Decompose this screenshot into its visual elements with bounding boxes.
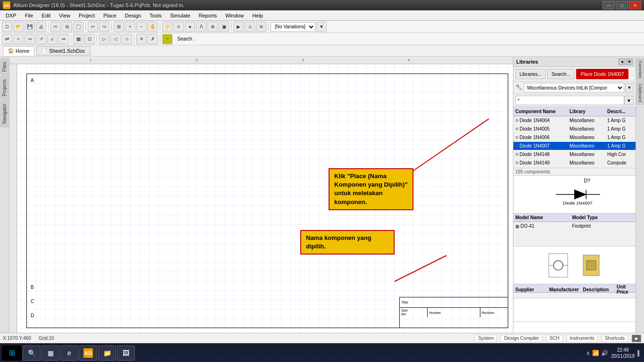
tb-bus[interactable]: ≡ — [173, 22, 184, 32]
menu-dxp[interactable]: DXP — [2, 12, 20, 19]
taskbar-altium[interactable]: AD — [79, 346, 97, 361]
tb2-b8[interactable]: ⊡ — [84, 34, 95, 44]
maximize-button[interactable]: □ — [616, 1, 628, 9]
taskbar-photos[interactable]: 🖼 — [117, 346, 135, 361]
tb-compile[interactable]: ▶ — [233, 22, 244, 32]
tb-fit[interactable]: ⊞ — [114, 22, 124, 32]
status-system[interactable]: System — [475, 335, 497, 342]
tab-sheet1[interactable]: 📄 Sheet1.SchDoc — [36, 46, 90, 56]
sidebar-tab-navigator[interactable]: Navigator — [0, 100, 8, 127]
taskbar-file-explorer[interactable]: 📁 — [98, 346, 116, 361]
tb-zoomin[interactable]: + — [125, 22, 135, 32]
lib-select-dropdown[interactable]: Miscellaneous Devices.IntLib [Compor — [524, 83, 624, 92]
col-component-name[interactable]: Component Name — [514, 109, 569, 114]
sidebar-tab-projects[interactable]: Projects — [0, 76, 8, 99]
start-button[interactable]: ⊞ — [2, 346, 22, 361]
lib-filter-dropdown[interactable]: ▼ — [624, 96, 634, 105]
menu-file[interactable]: File — [21, 12, 37, 19]
tb-wire[interactable]: ⚡ — [162, 22, 173, 32]
sidebar-tab-files[interactable]: Files — [0, 58, 8, 75]
tb-component[interactable]: ▣ — [219, 22, 229, 32]
tb-netlist[interactable]: ≋ — [256, 22, 266, 32]
search-button[interactable]: Search... — [547, 69, 575, 79]
lib-component-row-5[interactable]: ⊞ Diode 1N4149 Miscellaneo Compute — [513, 159, 636, 167]
place-button[interactable]: Place Diode 1N4007 — [576, 69, 629, 79]
tb-pan[interactable]: ✋ — [148, 22, 158, 32]
tb2-deselect[interactable]: ◁ — [110, 34, 121, 44]
clock[interactable]: 22:49 20/11/2018 — [611, 347, 635, 359]
tray-network-icon[interactable]: 📶 — [592, 350, 599, 356]
menu-edit[interactable]: Edit — [38, 12, 54, 19]
menu-project[interactable]: Project — [75, 12, 99, 19]
taskbar-edge[interactable]: e — [60, 346, 78, 361]
tb2-select[interactable]: ▷ — [99, 34, 109, 44]
tb-zoomout[interactable]: − — [136, 22, 147, 32]
menu-design[interactable]: Design — [121, 12, 145, 19]
sidebar-tab-favorites[interactable]: Favorites — [636, 58, 644, 81]
libraries-button[interactable]: Libraries... — [515, 69, 546, 79]
status-design-compiler[interactable]: Design Compiler — [501, 335, 542, 342]
tb-netlabel[interactable]: Λ — [196, 22, 206, 32]
tb-save[interactable]: 💾 — [25, 22, 35, 32]
tb2-color[interactable]: ~ — [162, 34, 173, 44]
status-shortcuts[interactable]: Shortcuts — [602, 335, 628, 342]
col-description[interactable]: Descri... — [606, 109, 635, 114]
tb-undo[interactable]: ↩ — [88, 22, 98, 32]
tray-volume-icon[interactable]: 🔊 — [601, 350, 608, 356]
lib-filter-input[interactable] — [515, 96, 624, 105]
tb2-cross2[interactable]: ✗ — [148, 34, 158, 44]
lib-panel-float[interactable]: ◂ — [619, 58, 625, 65]
tb-open[interactable]: 📂 — [13, 22, 24, 32]
tb2-label: Search . — [176, 36, 196, 41]
menu-place[interactable]: Place — [99, 12, 120, 19]
show-desktop-btn[interactable]: ▌ — [637, 350, 641, 356]
menu-view[interactable]: View — [55, 12, 74, 19]
tb-variations[interactable]: ▼ — [316, 22, 327, 32]
minimize-button[interactable]: ─ — [603, 1, 615, 9]
tb2-b5[interactable]: ↙ — [47, 34, 58, 44]
tb-print[interactable]: 🖨 — [36, 22, 46, 32]
lib-component-row-2[interactable]: ⊞ Diode 1N4006 Miscellaneo 1 Amp G — [513, 133, 636, 142]
menu-tools[interactable]: Tools — [146, 12, 165, 19]
lib-component-row-3[interactable]: ⊞ Diode 1N4007 Miscellaneo 1 Amp G — [513, 142, 636, 150]
status-instruments[interactable]: Instruments — [567, 335, 598, 342]
lib-component-row-4[interactable]: ⊞ Diode 1N4148 Miscellaneo High Cor — [513, 150, 636, 159]
close-button[interactable]: ✕ — [629, 1, 641, 9]
corner-c: C — [31, 299, 34, 304]
col-library[interactable]: Library — [569, 109, 606, 114]
tb-cut[interactable]: ✂ — [50, 22, 61, 32]
tb2-cross[interactable]: ✕ — [136, 34, 147, 44]
tb-paste[interactable]: 📋 — [73, 22, 83, 32]
sidebar-tab-clipboard[interactable]: Clipboard — [636, 82, 644, 105]
tb2-b2[interactable]: ≈ — [13, 34, 24, 44]
tb2-b3[interactable]: ⇒ — [25, 34, 35, 44]
tb-new[interactable]: 🗋 — [2, 22, 12, 32]
tray-show-hidden[interactable]: ∧ — [586, 350, 590, 356]
menu-window[interactable]: Window — [222, 12, 248, 19]
menu-reports[interactable]: Reports — [195, 12, 221, 19]
tb2-move[interactable]: ⊹ — [122, 34, 132, 44]
menu-help[interactable]: Help — [248, 12, 267, 19]
status-sch[interactable]: SCH — [546, 335, 562, 342]
lib-component-row-0[interactable]: ⊞ Diode 1N4004 Miscellaneo 1 Amp G — [513, 116, 636, 125]
tb-redo[interactable]: ↪ — [99, 22, 109, 32]
status-expand-btn[interactable]: ▶ — [632, 335, 641, 342]
tb2-b7[interactable]: ▦ — [73, 34, 83, 44]
lib-panel-close[interactable]: ✕ — [626, 58, 633, 65]
tab-home[interactable]: 🏠 Home — [3, 46, 34, 56]
tb2-b4[interactable]: ↗ — [36, 34, 46, 44]
lib-dropdown-btn[interactable]: ▼ — [625, 83, 634, 92]
lib-table[interactable]: Component Name Library Descri... ⊞ Diode… — [513, 107, 636, 168]
variations-dropdown[interactable]: [No Variations] — [271, 22, 315, 32]
taskbar-search[interactable]: 🔍 — [23, 346, 41, 361]
model-row-do41[interactable]: ▦ DO-41 Footprint — [513, 222, 636, 230]
taskbar-task-view[interactable]: ▦ — [41, 346, 59, 361]
tb2-b6[interactable]: ⇔ — [58, 34, 69, 44]
menu-simulate[interactable]: Simulate — [166, 12, 194, 19]
tb2-b1[interactable]: ⇄ — [2, 34, 12, 44]
tb-junction[interactable]: ● — [185, 22, 195, 32]
tb-copy[interactable]: ⧉ — [62, 22, 72, 32]
tb-errcheck[interactable]: ⚠ — [245, 22, 255, 32]
lib-component-row-1[interactable]: ⊞ Diode 1N4005 Miscellaneo 1 Amp G — [513, 125, 636, 133]
tb-power[interactable]: ⊕ — [207, 22, 218, 32]
